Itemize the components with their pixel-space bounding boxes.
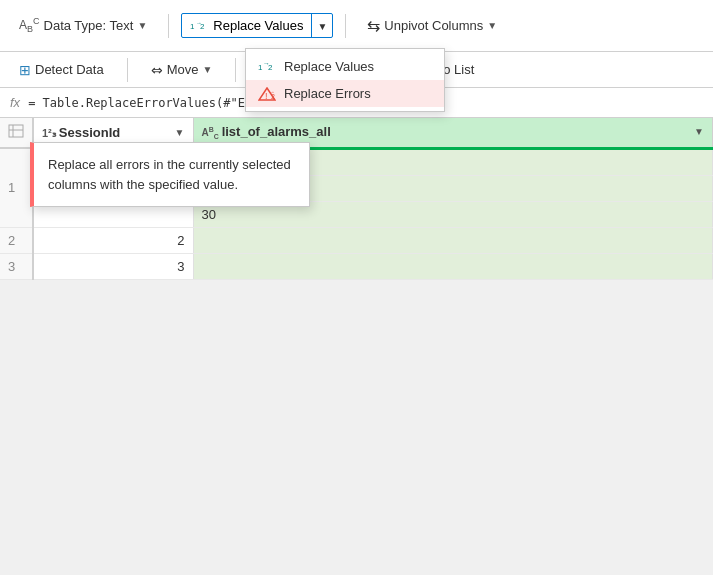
replace-values-split-button[interactable]: 1 → 2 Replace Values ▼: [181, 13, 333, 38]
separator2: [345, 14, 346, 38]
detect-data-button[interactable]: ⊞ Detect Data: [10, 58, 113, 82]
unpivot-arrow: ▼: [487, 20, 497, 31]
replace-values-dropdown-arrow: ▼: [317, 21, 327, 32]
replace-values-menu-item[interactable]: 1 → 2 Replace Values: [246, 53, 444, 80]
move-arrow: ▼: [202, 64, 212, 75]
replace-errors-menu-label: Replace Errors: [284, 86, 371, 101]
unpivot-label: Unpivot Columns: [384, 18, 483, 33]
row-number-3: 3: [0, 253, 33, 279]
move-button[interactable]: ⇔ Move ▼: [142, 58, 222, 82]
replace-values-icon: 1 → 2: [190, 19, 208, 33]
unpivot-columns-button[interactable]: ⇆ Unpivot Columns ▼: [358, 11, 506, 40]
table-row: 3 3: [0, 253, 713, 279]
svg-text:2: 2: [200, 22, 205, 31]
svg-text:2: 2: [268, 63, 273, 72]
replace-values-label: Replace Values: [213, 18, 303, 33]
separator1: [168, 14, 169, 38]
svg-text:2: 2: [271, 93, 275, 100]
table-options-icon[interactable]: [8, 124, 24, 138]
unpivot-icon: ⇆: [367, 16, 380, 35]
replace-values-dropdown: 1 → 2 Replace Values ! → 2 Replace Error…: [245, 48, 445, 112]
replace-errors-menu-item[interactable]: ! → 2 Replace Errors: [246, 80, 444, 107]
abc-type-icon: ABC: [19, 16, 40, 34]
formula-fx-label: fx: [10, 95, 20, 110]
data-type-arrow: ▼: [137, 20, 147, 31]
data-type-button[interactable]: ABC Data Type: Text ▼: [10, 11, 156, 39]
replace-errors-menu-icon: ! → 2: [258, 87, 276, 101]
session-type-icon: 1²₃: [42, 127, 59, 139]
svg-text:1: 1: [190, 22, 195, 31]
alarm-value-3: [193, 253, 713, 279]
svg-text:!: !: [265, 91, 268, 101]
replace-values-menu-label: Replace Values: [284, 59, 374, 74]
row-number-2: 2: [0, 227, 33, 253]
table-row: 2 2: [0, 227, 713, 253]
separator3: [127, 58, 128, 82]
alarms-dropdown-arrow[interactable]: ▼: [694, 126, 704, 137]
detect-data-icon: ⊞: [19, 62, 31, 78]
replace-values-menu-icon: 1 → 2: [258, 60, 276, 74]
toolbar-row1: ABC Data Type: Text ▼ 1 → 2 Replace Valu…: [0, 0, 713, 52]
session-value-2: 2: [33, 227, 193, 253]
replace-errors-tooltip: Replace all errors in the currently sele…: [30, 142, 310, 207]
session-id-label: SessionId: [59, 125, 120, 140]
alarms-type-icon: ABC: [202, 127, 222, 138]
move-icon: ⇔: [151, 62, 163, 78]
alarms-label: list_of_alarms_all: [222, 124, 331, 139]
svg-rect-10: [9, 125, 23, 137]
move-label: Move: [167, 62, 199, 77]
row-number-1: 1: [0, 148, 33, 227]
separator4: [235, 58, 236, 82]
tooltip-text: Replace all errors in the currently sele…: [48, 157, 291, 192]
session-dropdown-arrow[interactable]: ▼: [175, 127, 185, 138]
detect-data-label: Detect Data: [35, 62, 104, 77]
session-value-3: 3: [33, 253, 193, 279]
alarm-value-2: [193, 227, 713, 253]
row-index-header: [0, 118, 33, 148]
replace-values-main[interactable]: 1 → 2 Replace Values: [182, 14, 311, 37]
data-type-label: Data Type: Text: [44, 18, 134, 33]
replace-values-arrow-btn[interactable]: ▼: [311, 14, 332, 37]
